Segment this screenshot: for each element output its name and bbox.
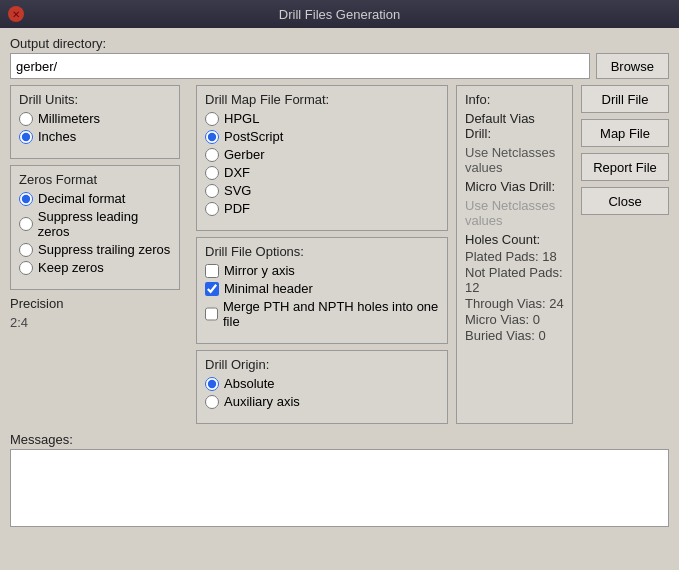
- holes-count-label: Holes Count:: [465, 232, 564, 247]
- radio-auxiliary-axis[interactable]: Auxiliary axis: [205, 394, 439, 409]
- radio-pdf-label: PDF: [224, 201, 250, 216]
- checkbox-merge-pth-npth-input[interactable]: [205, 307, 218, 321]
- messages-textarea[interactable]: [10, 449, 669, 527]
- info-label: Info:: [465, 92, 564, 107]
- action-buttons: Drill File Map File Report File Close: [581, 85, 669, 424]
- drill-map-format-group: HPGL PostScript Gerber DXF: [205, 111, 439, 216]
- drill-file-options-label: Drill File Options:: [205, 244, 439, 259]
- drill-file-options-box: Drill File Options: Mirror y axis Minima…: [196, 237, 448, 344]
- drill-origin-group: Absolute Auxiliary axis: [205, 376, 439, 409]
- radio-hpgl-input[interactable]: [205, 112, 219, 126]
- left-column: Drill Units: Millimeters Inches Zeros Fo…: [10, 85, 180, 424]
- checkbox-merge-pth-npth[interactable]: Merge PTH and NPTH holes into one file: [205, 299, 439, 329]
- radio-svg-input[interactable]: [205, 184, 219, 198]
- radio-keep-zeros-input[interactable]: [19, 261, 33, 275]
- checkbox-mirror-y[interactable]: Mirror y axis: [205, 263, 439, 278]
- output-dir-input[interactable]: [10, 53, 590, 79]
- radio-gerber-input[interactable]: [205, 148, 219, 162]
- report-file-button[interactable]: Report File: [581, 153, 669, 181]
- checkbox-minimal-header[interactable]: Minimal header: [205, 281, 439, 296]
- top-area: Drill Units: Millimeters Inches Zeros Fo…: [10, 85, 669, 424]
- right-area: Info: Default Vias Drill: Use Netclasses…: [456, 85, 573, 424]
- radio-suppress-leading[interactable]: Suppress leading zeros: [19, 209, 171, 239]
- radio-auxiliary-axis-label: Auxiliary axis: [224, 394, 300, 409]
- window-title: Drill Files Generation: [279, 7, 400, 22]
- radio-dxf[interactable]: DXF: [205, 165, 439, 180]
- radio-suppress-leading-label: Suppress leading zeros: [38, 209, 171, 239]
- radio-inches-label: Inches: [38, 129, 76, 144]
- close-window-icon[interactable]: ✕: [8, 6, 24, 22]
- radio-postscript[interactable]: PostScript: [205, 129, 439, 144]
- radio-suppress-trailing-label: Suppress trailing zeros: [38, 242, 170, 257]
- output-dir-row: Browse: [10, 53, 669, 79]
- messages-section: Messages:: [10, 432, 669, 530]
- drill-units-box: Drill Units: Millimeters Inches: [10, 85, 180, 159]
- radio-pdf[interactable]: PDF: [205, 201, 439, 216]
- zeros-format-label: Zeros Format: [19, 172, 171, 187]
- checkbox-mirror-y-input[interactable]: [205, 264, 219, 278]
- checkbox-minimal-header-input[interactable]: [205, 282, 219, 296]
- radio-millimeters-input[interactable]: [19, 112, 33, 126]
- buried-vias-count: Buried Vias: 0: [465, 328, 564, 343]
- radio-pdf-input[interactable]: [205, 202, 219, 216]
- main-content: Output directory: Browse Drill Units: Mi…: [0, 28, 679, 570]
- checkbox-mirror-y-label: Mirror y axis: [224, 263, 295, 278]
- radio-decimal-input[interactable]: [19, 192, 33, 206]
- radio-absolute[interactable]: Absolute: [205, 376, 439, 391]
- drill-file-button[interactable]: Drill File: [581, 85, 669, 113]
- info-box: Info: Default Vias Drill: Use Netclasses…: [456, 85, 573, 424]
- default-vias-drill-label: Default Vias Drill:: [465, 111, 564, 141]
- radio-keep-zeros[interactable]: Keep zeros: [19, 260, 171, 275]
- middle-column: Drill Map File Format: HPGL PostScript G…: [188, 85, 448, 424]
- radio-inches[interactable]: Inches: [19, 129, 171, 144]
- micro-vias-count: Micro Vias: 0: [465, 312, 564, 327]
- radio-decimal[interactable]: Decimal format: [19, 191, 171, 206]
- radio-decimal-label: Decimal format: [38, 191, 125, 206]
- precision-section: Precision 2:4: [10, 296, 180, 330]
- radio-inches-input[interactable]: [19, 130, 33, 144]
- not-plated-pads-count: Not Plated Pads: 12: [465, 265, 564, 295]
- drill-file-options-group: Mirror y axis Minimal header Merge PTH a…: [205, 263, 439, 329]
- radio-suppress-trailing[interactable]: Suppress trailing zeros: [19, 242, 171, 257]
- checkbox-merge-pth-npth-label: Merge PTH and NPTH holes into one file: [223, 299, 439, 329]
- drill-units-label: Drill Units:: [19, 92, 171, 107]
- messages-label: Messages:: [10, 432, 669, 447]
- zeros-format-group: Decimal format Suppress leading zeros Su…: [19, 191, 171, 275]
- map-file-button[interactable]: Map File: [581, 119, 669, 147]
- radio-hpgl-label: HPGL: [224, 111, 259, 126]
- radio-absolute-input[interactable]: [205, 377, 219, 391]
- precision-label: Precision: [10, 296, 180, 311]
- plated-pads-count: Plated Pads: 18: [465, 249, 564, 264]
- output-dir-label: Output directory:: [10, 36, 669, 51]
- radio-dxf-input[interactable]: [205, 166, 219, 180]
- drill-units-group: Millimeters Inches: [19, 111, 171, 144]
- through-vias-count: Through Vias: 24: [465, 296, 564, 311]
- close-button[interactable]: Close: [581, 187, 669, 215]
- radio-absolute-label: Absolute: [224, 376, 275, 391]
- default-vias-drill-value: Use Netclasses values: [465, 145, 564, 175]
- radio-suppress-leading-input[interactable]: [19, 217, 33, 231]
- radio-postscript-label: PostScript: [224, 129, 283, 144]
- radio-hpgl[interactable]: HPGL: [205, 111, 439, 126]
- drill-origin-label: Drill Origin:: [205, 357, 439, 372]
- radio-svg-label: SVG: [224, 183, 251, 198]
- checkbox-minimal-header-label: Minimal header: [224, 281, 313, 296]
- radio-keep-zeros-label: Keep zeros: [38, 260, 104, 275]
- title-bar: ✕ Drill Files Generation: [0, 0, 679, 28]
- radio-svg[interactable]: SVG: [205, 183, 439, 198]
- drill-map-format-label: Drill Map File Format:: [205, 92, 439, 107]
- radio-suppress-trailing-input[interactable]: [19, 243, 33, 257]
- radio-millimeters[interactable]: Millimeters: [19, 111, 171, 126]
- drill-map-format-box: Drill Map File Format: HPGL PostScript G…: [196, 85, 448, 231]
- micro-vias-drill-value: Use Netclasses values: [465, 198, 564, 228]
- radio-dxf-label: DXF: [224, 165, 250, 180]
- micro-vias-drill-label: Micro Vias Drill:: [465, 179, 564, 194]
- zeros-format-box: Zeros Format Decimal format Suppress lea…: [10, 165, 180, 290]
- radio-gerber[interactable]: Gerber: [205, 147, 439, 162]
- drill-origin-box: Drill Origin: Absolute Auxiliary axis: [196, 350, 448, 424]
- radio-postscript-input[interactable]: [205, 130, 219, 144]
- radio-gerber-label: Gerber: [224, 147, 264, 162]
- browse-button[interactable]: Browse: [596, 53, 669, 79]
- precision-value: 2:4: [10, 315, 180, 330]
- radio-auxiliary-axis-input[interactable]: [205, 395, 219, 409]
